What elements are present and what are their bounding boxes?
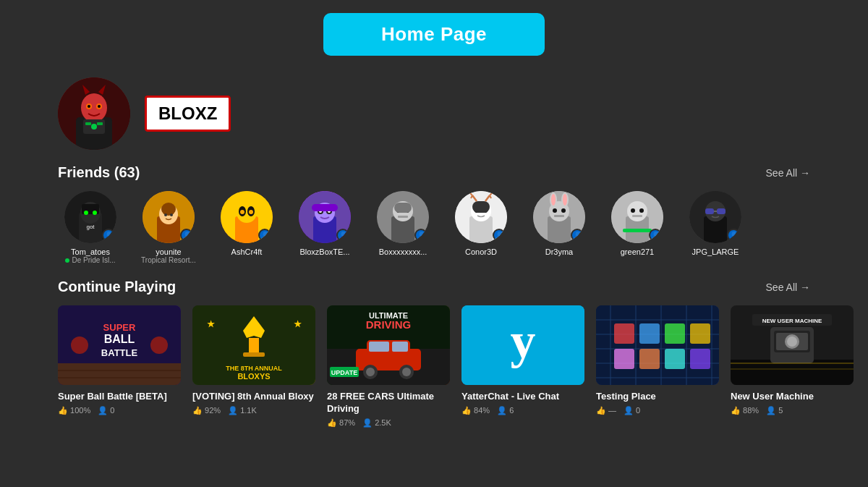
svg-point-72 [627, 201, 647, 221]
continue-playing-header: Continue Playing See All → [58, 279, 810, 295]
svg-point-107 [366, 368, 375, 376]
continue-playing-section: Continue Playing See All → SUPER BALL [0, 279, 868, 428]
friend-name: Boxxxxxxxx... [370, 247, 435, 256]
svg-rect-12 [97, 122, 103, 125]
svg-text:SUPER: SUPER [103, 322, 136, 333]
profile-section: BLOXZ [0, 70, 868, 164]
friends-header: Friends (63) See All → [58, 164, 810, 181]
friend-online-icon: 👤 [180, 229, 193, 242]
game-stats: 👍 92% 👤 1.1K [192, 406, 315, 415]
svg-point-24 [164, 213, 167, 216]
game-title: Testing Place [596, 391, 719, 403]
friends-see-all[interactable]: See All → [766, 167, 810, 179]
svg-rect-65 [554, 215, 564, 217]
game-thumb-bg: ULTIMATE DRIVING UPDATE [327, 305, 450, 385]
friend-avatar: 👤 [455, 191, 507, 243]
svg-point-109 [402, 368, 411, 376]
svg-text:THE 8TH ANNUAL: THE 8TH ANNUAL [226, 365, 282, 372]
list-item[interactable]: 👤 Conor3D [448, 191, 514, 264]
svg-rect-47 [394, 203, 412, 213]
friend-online-icon: 👤 [727, 229, 740, 242]
svg-point-17 [84, 211, 88, 215]
friend-online-icon: 👤 [649, 229, 662, 242]
game-stats: 👍 — 👤 0 [596, 406, 719, 415]
svg-point-25 [170, 213, 173, 216]
svg-rect-46 [398, 216, 408, 218]
game-title: Super Ball Battle [BETA] [58, 391, 181, 403]
game-stats: 👍 87% 👤 2.5K [327, 418, 450, 428]
svg-rect-94 [249, 338, 259, 352]
friend-avatar: got 👤 [64, 191, 116, 243]
svg-rect-95 [243, 352, 265, 357]
online-indicator [65, 258, 69, 263]
svg-text:BALL: BALL [104, 333, 135, 345]
list-item[interactable]: NEW USER MACHINE New User Machine 👍 88% … [731, 305, 854, 428]
game-title: [VOTING] 8th Annual Bloxy [192, 391, 315, 403]
friend-online-icon: 👤 [102, 229, 115, 242]
friend-name: JPG_LARGE [683, 247, 748, 256]
game-thumbnail [596, 305, 719, 385]
friend-avatar: 👤 [611, 191, 663, 243]
friend-online-icon: 👤 [258, 229, 271, 242]
friend-name: Tom_atoes [58, 247, 123, 256]
svg-point-74 [639, 208, 644, 213]
svg-text:y: y [511, 313, 536, 368]
svg-rect-129 [665, 323, 685, 344]
friend-name: younite [136, 247, 201, 256]
list-item[interactable]: 👤 green271 [605, 191, 670, 264]
game-players: 👤 0 [98, 406, 114, 415]
game-thumb-bg: THE 8TH ANNUAL BLOXYS ★ ★ [192, 305, 315, 385]
game-thumb-bg: SUPER BALL BATTLE [58, 305, 181, 385]
svg-point-32 [249, 210, 253, 214]
list-item[interactable]: Testing Place 👍 — 👤 0 [596, 305, 719, 428]
friend-avatar: 👤 [221, 191, 273, 243]
list-item[interactable]: 👤 BloxzBoxTE... [292, 191, 357, 264]
list-item[interactable]: 👤 younite Tropical Resort... [136, 191, 201, 264]
svg-point-6 [98, 105, 101, 108]
list-item[interactable]: 👤 AshCr4ft [214, 191, 279, 264]
game-thumbnail: NEW USER MACHINE [731, 305, 854, 385]
svg-point-91 [150, 336, 168, 354]
svg-rect-127 [614, 323, 634, 344]
friends-title: Friends (63) [58, 164, 140, 181]
svg-point-69 [563, 194, 567, 206]
svg-rect-132 [639, 349, 660, 369]
list-item[interactable]: THE 8TH ANNUAL BLOXYS ★ ★ [VOTING] 8th A… [192, 305, 315, 428]
svg-point-5 [88, 105, 90, 108]
svg-text:got: got [86, 224, 95, 230]
friends-row: got 👤 Tom_atoes De Pride Isl... [58, 191, 810, 264]
friend-name: Dr3yma [527, 247, 592, 256]
svg-rect-84 [58, 363, 181, 385]
svg-rect-134 [690, 349, 710, 369]
games-row: SUPER BALL BATTLE Super Ball Battle [BET… [58, 305, 810, 428]
svg-rect-128 [639, 323, 660, 344]
svg-point-90 [71, 336, 88, 354]
svg-text:BLOXYS: BLOXYS [237, 372, 270, 381]
friend-name: Conor3D [448, 247, 514, 256]
list-item[interactable]: 👤 Boxxxxxxxx... [370, 191, 435, 264]
svg-text:★: ★ [294, 319, 302, 329]
game-thumb-bg: y [461, 305, 584, 385]
friend-online-icon: 👤 [493, 229, 506, 242]
svg-point-64 [561, 208, 566, 213]
avatar[interactable] [58, 77, 130, 150]
list-item[interactable]: 👤 JPG_LARGE [683, 191, 748, 264]
friend-status: Tropical Resort... [136, 256, 201, 264]
friend-online-icon: 👤 [571, 229, 584, 242]
friend-avatar: 👤 [299, 191, 351, 243]
list-item[interactable]: y YatterChat - Live Chat 👍 84% 👤 6 [461, 305, 584, 428]
svg-text:DRIVING: DRIVING [366, 318, 412, 331]
games-see-all[interactable]: See All → [766, 281, 810, 293]
list-item[interactable]: SUPER BALL BATTLE Super Ball Battle [BET… [58, 305, 181, 428]
svg-rect-40 [312, 204, 338, 211]
friend-avatar: 👤 [689, 191, 741, 243]
list-item[interactable]: ULTIMATE DRIVING UPDATE 28 FREE CARS Ult… [327, 305, 450, 428]
list-item[interactable]: got 👤 Tom_atoes De Pride Isl... [58, 191, 123, 264]
svg-rect-133 [665, 349, 685, 369]
game-title: YatterChat - Live Chat [461, 391, 584, 403]
game-likes: 👍 — [596, 406, 616, 415]
game-thumb-bg: NEW USER MACHINE [731, 305, 854, 385]
list-item[interactable]: 👤 Dr3yma [527, 191, 592, 264]
home-page-button[interactable]: Home Page [323, 13, 545, 56]
game-thumb-bg [596, 305, 719, 385]
